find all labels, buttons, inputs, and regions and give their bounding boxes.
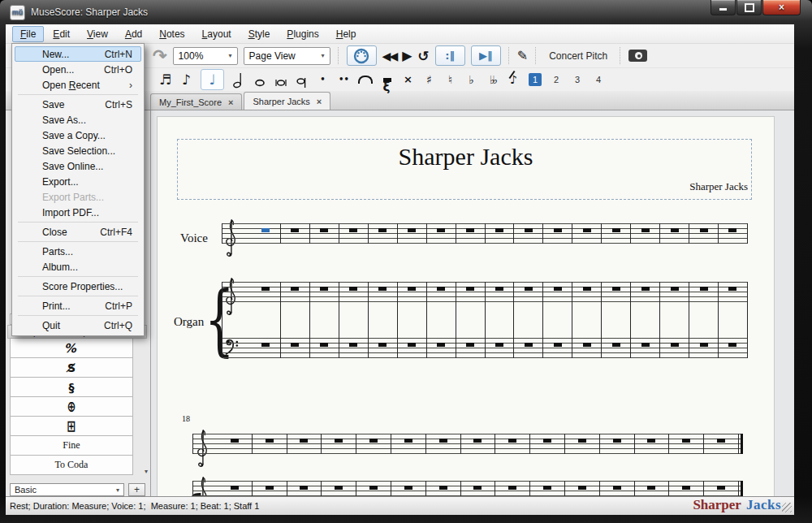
whole-measure-rest[interactable] bbox=[473, 439, 482, 443]
measure-4[interactable] bbox=[322, 481, 356, 496]
file-menu-item-save-selection[interactable]: Save Selection... bbox=[15, 143, 141, 158]
whole-measure-rest[interactable] bbox=[320, 228, 328, 232]
measure-12[interactable] bbox=[572, 223, 602, 244]
whole-measure-rest[interactable] bbox=[612, 343, 620, 347]
whole-measure-rest[interactable] bbox=[583, 228, 591, 232]
measure-3[interactable] bbox=[287, 434, 322, 454]
whole-measure-rest[interactable] bbox=[641, 343, 650, 347]
whole-measure-rest[interactable] bbox=[613, 486, 621, 490]
sharp-button[interactable]: ♯ bbox=[422, 70, 436, 89]
whole-measure-rest[interactable] bbox=[641, 228, 650, 232]
measure-6[interactable] bbox=[391, 434, 426, 454]
whole-measure-rest[interactable] bbox=[578, 486, 586, 490]
whole-measure-rest[interactable] bbox=[291, 287, 299, 291]
menu-edit[interactable]: Edit bbox=[45, 26, 78, 42]
resize-grip[interactable] bbox=[782, 503, 792, 512]
measure-11[interactable] bbox=[565, 481, 600, 496]
whole-measure-rest[interactable] bbox=[437, 228, 445, 232]
whole-measure-rest[interactable] bbox=[369, 439, 378, 443]
file-menu-item-open-recent[interactable]: Open Recent› bbox=[15, 77, 141, 93]
measure-6[interactable] bbox=[398, 223, 427, 244]
file-menu-item-save-as[interactable]: Save As... bbox=[15, 112, 141, 128]
whole-measure-rest[interactable] bbox=[466, 228, 474, 232]
measure-15[interactable] bbox=[660, 282, 689, 358]
longa-button[interactable] bbox=[295, 70, 309, 89]
whole-measure-rest[interactable] bbox=[700, 343, 708, 347]
file-menu-item-print[interactable]: Print...Ctrl+P bbox=[15, 298, 141, 313]
file-menu-item-export[interactable]: Export... bbox=[15, 174, 141, 189]
rewind-button[interactable]: ◀◀ bbox=[382, 50, 397, 63]
sixteenth-note-button[interactable]: ♬ bbox=[158, 70, 172, 89]
whole-measure-rest[interactable] bbox=[439, 486, 447, 490]
whole-measure-rest[interactable] bbox=[495, 287, 503, 291]
measure-13[interactable] bbox=[602, 282, 631, 358]
measure-7[interactable] bbox=[426, 481, 461, 496]
measure-2[interactable] bbox=[253, 434, 287, 454]
palette-item-coda-variation[interactable]: ⊞ bbox=[10, 416, 133, 436]
measure-6[interactable] bbox=[398, 282, 427, 358]
whole-measure-rest[interactable] bbox=[647, 486, 655, 490]
midi-input-button[interactable] bbox=[347, 45, 377, 66]
menu-add[interactable]: Add bbox=[117, 26, 150, 42]
file-menu-item-parts[interactable]: Parts... bbox=[15, 244, 141, 259]
close-tab-icon[interactable]: × bbox=[317, 97, 322, 106]
measure-5[interactable] bbox=[356, 481, 391, 496]
whole-measure-rest[interactable] bbox=[554, 228, 562, 232]
measure-8[interactable] bbox=[456, 223, 486, 244]
whole-measure-rest[interactable] bbox=[641, 287, 650, 291]
voice-staff-label[interactable]: Voice bbox=[180, 231, 208, 245]
whole-measure-rest[interactable] bbox=[335, 486, 343, 490]
whole-measure-rest[interactable] bbox=[525, 228, 533, 232]
tab-sharper-jacks[interactable]: Sharper Jacks× bbox=[244, 92, 330, 110]
whole-measure-rest[interactable] bbox=[378, 287, 387, 291]
measure-1[interactable] bbox=[252, 223, 281, 244]
measure-7[interactable] bbox=[426, 434, 461, 454]
measure-9[interactable] bbox=[486, 282, 515, 358]
redo-icon[interactable]: ↷ bbox=[153, 48, 167, 64]
measure-6[interactable] bbox=[391, 481, 426, 496]
whole-measure-rest[interactable] bbox=[408, 228, 416, 232]
breve-button[interactable] bbox=[274, 70, 287, 89]
measure-7[interactable] bbox=[427, 282, 456, 358]
file-menu-item-save[interactable]: SaveCtrl+S bbox=[15, 97, 141, 112]
whole-note-button[interactable] bbox=[253, 70, 266, 89]
natural-button[interactable]: ♮ bbox=[443, 70, 457, 89]
menu-notes[interactable]: Notes bbox=[151, 26, 192, 42]
edit-mode-icon[interactable]: ✎ bbox=[517, 48, 528, 63]
file-menu-item-close[interactable]: CloseCtrl+F4 bbox=[15, 224, 141, 240]
voice-3-button[interactable]: 3 bbox=[571, 73, 584, 86]
add-palette-button[interactable]: + bbox=[128, 483, 145, 496]
whole-measure-rest[interactable] bbox=[261, 287, 270, 291]
whole-measure-rest[interactable] bbox=[266, 486, 274, 490]
measure-14[interactable] bbox=[631, 282, 660, 358]
close-button[interactable]: × bbox=[762, 0, 801, 15]
whole-measure-rest[interactable] bbox=[682, 486, 690, 490]
whole-measure-rest[interactable] bbox=[671, 228, 679, 232]
whole-measure-rest[interactable] bbox=[495, 343, 503, 347]
whole-measure-rest[interactable] bbox=[231, 486, 239, 490]
menu-file[interactable]: File bbox=[12, 26, 44, 42]
measure-1[interactable] bbox=[252, 282, 281, 358]
concert-pitch-button[interactable]: Concert Pitch bbox=[544, 48, 612, 64]
whole-measure-rest[interactable] bbox=[300, 439, 308, 443]
measure-17[interactable] bbox=[719, 282, 748, 358]
palette-set-select[interactable]: Basic▾ bbox=[10, 483, 124, 496]
grace-note-button[interactable]: ♪ bbox=[507, 70, 520, 89]
double-sharp-button[interactable]: × bbox=[401, 70, 415, 89]
palette-item-segno-variation[interactable]: § bbox=[10, 377, 133, 397]
whole-measure-rest[interactable] bbox=[437, 343, 445, 347]
measure-14[interactable] bbox=[669, 481, 704, 496]
measure-10[interactable] bbox=[530, 481, 565, 496]
menu-help[interactable]: Help bbox=[328, 26, 365, 42]
file-menu-item-import-pdf[interactable]: Import PDF... bbox=[15, 205, 141, 220]
loop-playback-button[interactable]: ↺ bbox=[417, 48, 429, 64]
measure-11[interactable] bbox=[543, 223, 572, 244]
whole-measure-rest[interactable] bbox=[508, 486, 516, 490]
measure-1[interactable] bbox=[218, 434, 253, 454]
whole-measure-rest[interactable] bbox=[266, 439, 274, 443]
whole-measure-rest[interactable] bbox=[231, 439, 239, 443]
measure-9[interactable] bbox=[495, 434, 530, 454]
whole-measure-rest[interactable] bbox=[378, 343, 387, 347]
whole-measure-rest[interactable] bbox=[508, 439, 516, 443]
whole-measure-rest[interactable] bbox=[466, 287, 474, 291]
